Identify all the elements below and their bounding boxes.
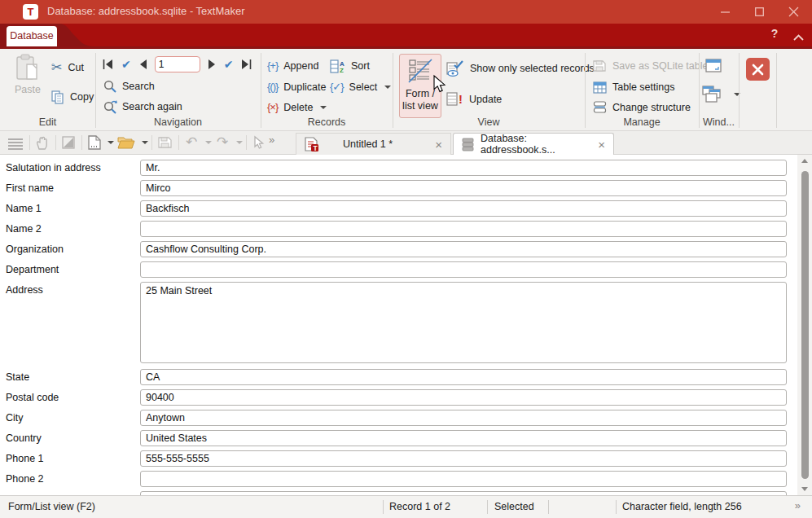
first-record-icon[interactable] bbox=[103, 59, 113, 69]
show-only-selected-icon bbox=[446, 60, 464, 77]
field-label-salutation-in-address: Salutation in address bbox=[6, 160, 140, 176]
table-settings-icon bbox=[593, 81, 607, 94]
doc-tab-close-icon[interactable]: × bbox=[435, 138, 442, 151]
save-icon[interactable] bbox=[158, 136, 172, 152]
append-button[interactable]: {+} Append bbox=[267, 58, 318, 74]
tab-database[interactable]: Database bbox=[7, 26, 57, 46]
save-as-sqlite-button[interactable]: Save as SQLite table bbox=[593, 58, 708, 74]
cut-icon: ✂ bbox=[51, 62, 62, 73]
field-label-postal-code: Postal code bbox=[6, 389, 140, 406]
previous-marked-record-icon[interactable]: ✔ bbox=[121, 58, 131, 71]
maximize-button[interactable] bbox=[740, 0, 778, 24]
doc-tab-label: Database: addressbook.s... bbox=[481, 133, 591, 156]
view-menu-icon[interactable] bbox=[8, 138, 23, 152]
select-pointer-icon[interactable] bbox=[253, 136, 265, 152]
close-database-button[interactable] bbox=[746, 58, 770, 81]
duplicate-icon: {()} bbox=[267, 81, 278, 93]
form-row-postal-code: Postal code bbox=[0, 389, 812, 406]
sort-button[interactable]: A Z Sort bbox=[330, 58, 370, 74]
delete-dropdown-arrow[interactable] bbox=[320, 106, 327, 109]
cascade-windows-icon bbox=[702, 86, 723, 103]
group-label-window: Wind... bbox=[699, 116, 739, 128]
field-input-state[interactable] bbox=[140, 369, 787, 385]
cut-button[interactable]: ✂ Cut bbox=[51, 59, 84, 76]
new-document-dropdown-arrow[interactable] bbox=[108, 141, 114, 144]
change-structure-button[interactable]: Change structure bbox=[593, 99, 691, 116]
next-marked-record-icon[interactable]: ✔ bbox=[224, 58, 234, 71]
delete-button[interactable]: {×} Delete bbox=[267, 99, 327, 116]
field-input-country[interactable] bbox=[140, 430, 787, 446]
change-structure-icon bbox=[593, 101, 607, 114]
field-input-postal-code[interactable] bbox=[140, 389, 787, 406]
form-list-view-button[interactable]: Form / list view bbox=[399, 54, 441, 118]
undo-dropdown-arrow[interactable] bbox=[205, 141, 212, 144]
ribbon-tab-strip: Database ? bbox=[0, 24, 812, 46]
new-document-icon[interactable] bbox=[88, 135, 101, 153]
redo-icon[interactable]: ↷ bbox=[217, 134, 228, 151]
previous-record-icon[interactable] bbox=[139, 59, 147, 69]
field-input-phone-1[interactable] bbox=[140, 450, 787, 467]
open-file-icon[interactable] bbox=[117, 136, 135, 152]
record-number-input[interactable] bbox=[155, 56, 200, 72]
form-row-name-1: Name 1 bbox=[0, 200, 812, 217]
toolbar-overflow-icon[interactable]: » bbox=[269, 134, 274, 146]
duplicate-button[interactable]: {()} Duplicate bbox=[267, 79, 326, 95]
update-button[interactable]: ! Update bbox=[446, 91, 502, 108]
minimize-button[interactable] bbox=[706, 0, 744, 24]
copy-button[interactable]: Copy bbox=[51, 89, 94, 105]
field-input-name-2[interactable] bbox=[140, 221, 787, 237]
select-dropdown-arrow[interactable] bbox=[384, 86, 391, 89]
quick-access-toolbar: ↶ ↷ » T Untitled 1 * × Database: address… bbox=[0, 131, 812, 155]
object-mode-icon[interactable] bbox=[62, 136, 75, 152]
show-only-selected-button[interactable]: Show only selected records bbox=[446, 60, 595, 77]
field-label-name-1: Name 1 bbox=[6, 200, 140, 217]
search-icon bbox=[103, 80, 116, 93]
close-icon bbox=[789, 7, 798, 16]
field-input-organization[interactable] bbox=[140, 241, 787, 257]
help-icon[interactable]: ? bbox=[768, 27, 781, 40]
search-again-button[interactable]: Search again bbox=[103, 99, 182, 115]
doc-tab-untitled[interactable]: T Untitled 1 * × bbox=[296, 133, 451, 155]
open-file-dropdown-arrow[interactable] bbox=[142, 141, 148, 144]
form-row-address: Address bbox=[0, 282, 812, 363]
pan-hand-icon[interactable] bbox=[35, 136, 49, 153]
field-label-city: City bbox=[6, 410, 140, 426]
field-input-phone-2[interactable] bbox=[140, 471, 787, 487]
close-database-icon bbox=[753, 64, 763, 75]
redo-dropdown-arrow[interactable] bbox=[236, 141, 243, 144]
field-input-first-name[interactable] bbox=[140, 180, 787, 196]
field-input-salutation-in-address[interactable] bbox=[140, 160, 787, 176]
record-navigation: ✔ ✔ bbox=[103, 56, 252, 72]
field-input-address[interactable] bbox=[140, 282, 787, 363]
collapse-ribbon-icon[interactable] bbox=[793, 29, 804, 44]
field-input-department[interactable] bbox=[140, 261, 787, 278]
field-input-city[interactable] bbox=[140, 410, 787, 426]
delete-icon: {×} bbox=[267, 102, 278, 113]
field-input-name-1[interactable] bbox=[140, 200, 787, 217]
form-row-organization: Organization bbox=[0, 241, 812, 257]
title-bar: T Database: addressbook.sqlite - TextMak… bbox=[0, 0, 812, 24]
undo-icon[interactable]: ↶ bbox=[186, 134, 197, 151]
field-label-department: Department bbox=[6, 261, 140, 278]
select-button[interactable]: {✓} Select bbox=[330, 79, 391, 95]
next-record-icon[interactable] bbox=[208, 59, 216, 69]
arrange-windows-button[interactable] bbox=[702, 86, 740, 103]
scrollbar-thumb[interactable] bbox=[801, 171, 809, 479]
full-screen-window-button[interactable] bbox=[705, 57, 722, 73]
scrollbar-down-icon[interactable] bbox=[801, 487, 808, 491]
close-button[interactable] bbox=[775, 0, 812, 24]
doc-tab-close-icon[interactable]: × bbox=[598, 138, 605, 151]
search-button[interactable]: Search bbox=[103, 78, 155, 94]
scrollbar-up-icon[interactable] bbox=[801, 159, 808, 163]
field-label-country: Country bbox=[6, 430, 140, 446]
status-record: Record 1 of 2 bbox=[389, 501, 450, 512]
form-row-phone-1: Phone 1 bbox=[0, 450, 812, 467]
doc-tab-database[interactable]: Database: addressbook.s... × bbox=[453, 133, 614, 155]
status-mode: Form/List view (F2) bbox=[8, 501, 95, 512]
paste-button[interactable]: Paste bbox=[10, 54, 46, 112]
ribbon: Paste ✂ Cut Copy Edit ✔ ✔ Search bbox=[0, 46, 812, 131]
table-settings-button[interactable]: Table settings bbox=[593, 79, 674, 95]
last-record-icon[interactable] bbox=[241, 59, 252, 69]
form-row-phone-2: Phone 2 bbox=[0, 471, 812, 487]
status-overflow-icon[interactable]: » bbox=[795, 499, 801, 511]
